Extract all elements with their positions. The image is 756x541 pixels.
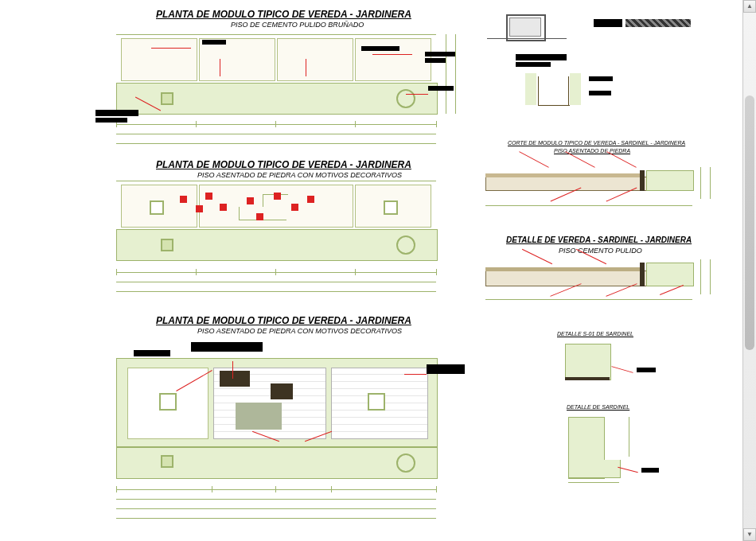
plan3-subtitle: PISO ASENTADO DE PIEDRA CON MOTIVOS DECO… — [197, 327, 402, 335]
plan2-grate1 — [150, 200, 164, 215]
plan2-mark6 — [256, 213, 263, 220]
plan1-subtitle: PISO DE CEMENTO PULIDO BRUÑADO — [231, 21, 364, 29]
plan1-label-d — [428, 86, 454, 91]
plan1-lead2 — [220, 59, 220, 76]
plan1-lead4 — [372, 54, 412, 55]
plan1-manhole — [396, 89, 415, 108]
plan3-title: PLANTA DE MODULO TIPICO DE VEREDA - JARD… — [156, 315, 411, 326]
plan2-subtitle: PISO ASENTADO DE PIEDRA CON MOTIVOS DECO… — [197, 171, 402, 179]
plan2-mark8 — [291, 204, 298, 211]
plan1-label-c2 — [425, 58, 446, 63]
plan1-top-border — [116, 34, 436, 35]
plan1-dim-r — [446, 34, 446, 114]
plan1-tile4 — [355, 38, 431, 81]
plan3-dim1 — [116, 489, 436, 490]
plan2-dim1 — [116, 272, 436, 273]
plan1-lead5 — [406, 94, 428, 95]
sardinel2-title: DETALLE DE SARDINEL — [567, 404, 629, 410]
plan2-mark9 — [307, 196, 314, 203]
plan2-top-border — [116, 181, 436, 181]
plan3-dim3 — [116, 508, 436, 509]
plan1-grate1 — [161, 92, 173, 105]
plan3-dim2 — [116, 499, 436, 500]
section2-title: DETALLE DE VEREDA - SARDINEL - JARDINERA — [506, 235, 692, 244]
plan1-lead3 — [306, 59, 306, 76]
plan3-grate2 — [368, 393, 385, 411]
plan2-dim2 — [116, 282, 436, 282]
plan1-label-b — [361, 46, 399, 51]
plan1-tile1 — [121, 38, 197, 81]
plan1-dim-r2 — [455, 34, 456, 114]
plan2-mark5 — [247, 197, 254, 204]
plan3-manhole — [396, 453, 415, 473]
plan3-label-b — [134, 350, 170, 356]
plan1-lead1 — [151, 48, 191, 49]
section2-sub: PISO CEMENTO PULIDO — [559, 247, 642, 255]
plan1-title: PLANTA DE MODULO TIPICO DE VEREDA - JARD… — [156, 9, 411, 20]
plan1-label-a — [202, 40, 226, 45]
sardinel1-body — [565, 344, 611, 380]
plan2-mark1 — [180, 196, 187, 203]
scroll-down-button[interactable]: ▼ — [743, 528, 756, 541]
plan2-mark4 — [220, 204, 227, 211]
plan3-dim4 — [116, 518, 436, 519]
drawing-canvas: { "plans": [ {"title":"PLANTA DE MODULO … — [0, 0, 756, 541]
plan2-title: PLANTA DE MODULO TIPICO DE VEREDA - JARD… — [156, 159, 411, 170]
plan1-label-e — [95, 110, 138, 116]
plan2-mark3 — [205, 193, 212, 200]
section2-planter — [646, 263, 694, 286]
plan1-dim2 — [116, 134, 436, 134]
plan3-pgrate1 — [161, 455, 173, 468]
plan1-tile2 — [199, 38, 275, 81]
plan1-tile3 — [277, 38, 353, 81]
plan3-lead3 — [404, 374, 427, 375]
plan3-label-c — [427, 364, 465, 374]
section1-title: CORTE DE MODULO TIPICO DE VEREDA - SARDI… — [508, 140, 685, 146]
plan3-lead2 — [232, 361, 233, 379]
plan1-label-c — [425, 52, 455, 56]
scroll-up-button[interactable]: ▲ — [743, 0, 756, 13]
plan2-grate2 — [384, 200, 398, 215]
sardinel1-title: DETALLE S-01 DE SARDINEL — [557, 331, 633, 337]
section1-planter — [646, 170, 694, 191]
plan1-dim3 — [116, 143, 436, 144]
plan2-dim3 — [116, 291, 436, 292]
scroll-thumb[interactable] — [745, 95, 754, 350]
sardinel2-foot — [568, 460, 621, 478]
plan1-dim1 — [116, 124, 436, 125]
plan1-label-e2 — [95, 118, 127, 123]
plan2-manhole — [396, 235, 415, 255]
vertical-scrollbar[interactable]: ▲ ▼ — [742, 0, 756, 541]
plan2-mark7 — [274, 193, 281, 200]
plan3-grate1 — [159, 393, 177, 411]
plan3-label-a — [191, 342, 263, 352]
plan2-pgrate1 — [161, 239, 173, 251]
plan2-mark2 — [196, 205, 203, 212]
